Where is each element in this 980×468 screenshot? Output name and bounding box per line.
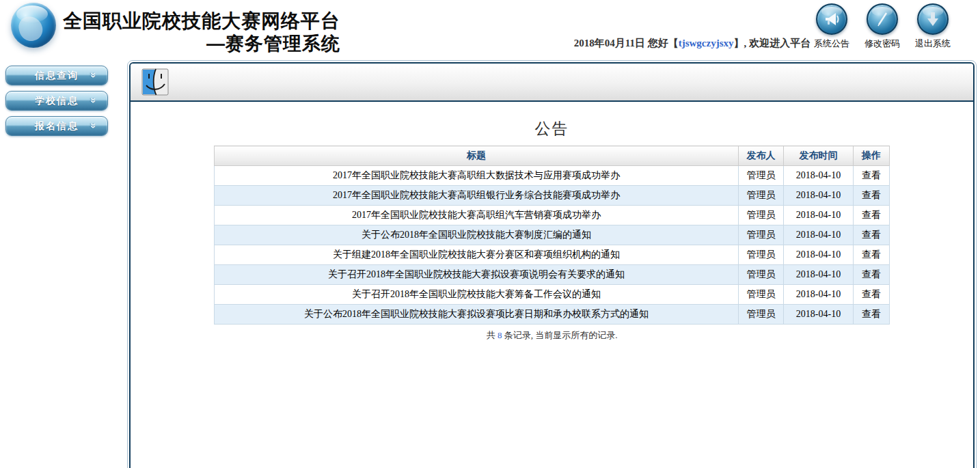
system-announcement-button[interactable]: 系统公告 (813, 3, 850, 50)
content-area: 公告 标题 发布人 发布时间 操作 2017年全国职业院校技能大赛高职组大数据技… (131, 102, 973, 342)
publisher-cell: 管理员 (739, 186, 784, 206)
greeting-suffix: 】, 欢迎进入平台 (734, 38, 811, 49)
main-panel: 公告 标题 发布人 发布时间 操作 2017年全国职业院校技能大赛高职组大数据技… (127, 60, 977, 468)
column-header-operation: 操作 (854, 146, 890, 166)
announcement-table: 标题 发布人 发布时间 操作 2017年全国职业院校技能大赛高职组大数据技术与应… (214, 146, 890, 325)
table-row: 2017年全国职业院校技能大赛高职组大数据技术与应用赛项成功举办管理员2018-… (215, 166, 890, 186)
sidebar-item-info-query[interactable]: 信息查询 » (5, 66, 108, 85)
view-link[interactable]: 查看 (862, 190, 881, 200)
table-row: 2017年全国职业院校技能大赛高职组银行业务综合技能赛项成功举办管理员2018-… (215, 186, 890, 206)
finder-home-icon[interactable] (141, 68, 169, 96)
app-title-line1: 全国职业院校技能大赛网络平台 (63, 10, 340, 33)
pencil-icon (867, 3, 898, 35)
publisher-cell: 管理员 (739, 166, 784, 186)
header-action-buttons: 系统公告 修改密码 退出系统 (813, 3, 951, 50)
chevron-down-icon: » (87, 122, 99, 128)
page-title: 公告 (131, 118, 973, 139)
view-link[interactable]: 查看 (862, 249, 881, 260)
table-row: 2017年全国职业院校技能大赛高职组汽车营销赛项成功举办管理员2018-04-1… (215, 206, 890, 225)
publisher-cell: 管理员 (739, 265, 784, 285)
sidebar-item-label: 信息查询 (35, 70, 79, 82)
publish-date-cell: 2018-04-10 (784, 206, 854, 225)
column-header-publish-date: 发布时间 (784, 146, 854, 166)
publisher-cell: 管理员 (739, 245, 784, 265)
announcement-title-cell: 关于公布2018年全国职业院校技能大赛制度汇编的通知 (215, 225, 739, 245)
app-header: 全国职业院校技能大赛网络平台 —赛务管理系统 2018年04月11日 您好【tj… (0, 0, 980, 60)
view-link[interactable]: 查看 (862, 210, 881, 220)
announcement-title-cell: 2017年全国职业院校技能大赛高职组大数据技术与应用赛项成功举办 (215, 166, 739, 186)
sidebar-item-label: 学校信息 (35, 95, 79, 107)
chevron-down-icon: » (87, 97, 99, 102)
view-link[interactable]: 查看 (862, 289, 881, 299)
announcement-title-cell: 关于组建2018年全国职业院校技能大赛分赛区和赛项组织机构的通知 (215, 245, 739, 265)
action-cell: 查看 (854, 265, 890, 285)
username: tjswgczyjsxy (679, 38, 734, 49)
view-link[interactable]: 查看 (862, 230, 881, 240)
sidebar-nav: 信息查询 » 学校信息 » 报名信息 » (0, 60, 127, 468)
publish-date-cell: 2018-04-10 (784, 225, 854, 245)
record-summary: 共 8 条记录, 当前显示所有的记录. (131, 329, 973, 342)
table-header-row: 标题 发布人 发布时间 操作 (215, 146, 890, 166)
action-cell: 查看 (854, 245, 890, 265)
summary-suffix: 条记录, 当前显示所有的记录. (502, 330, 617, 340)
content-toolbar (131, 64, 973, 102)
column-header-title: 标题 (215, 146, 739, 166)
action-label: 修改密码 (865, 38, 900, 50)
view-link[interactable]: 查看 (862, 170, 881, 180)
publish-date-cell: 2018-04-10 (784, 186, 854, 206)
publisher-cell: 管理员 (739, 305, 784, 325)
action-label: 退出系统 (915, 38, 951, 50)
sidebar-item-school-info[interactable]: 学校信息 » (5, 91, 108, 111)
publisher-cell: 管理员 (739, 225, 784, 245)
table-row: 关于召开2018年全国职业院校技能大赛拟设赛项说明会有关要求的通知管理员2018… (215, 265, 890, 285)
table-row: 关于公布2018年全国职业院校技能大赛制度汇编的通知管理员2018-04-10查… (215, 225, 890, 245)
action-cell: 查看 (854, 206, 890, 225)
logout-button[interactable]: 退出系统 (914, 3, 951, 50)
announcement-title-cell: 关于公布2018年全国职业院校技能大赛拟设赛项比赛日期和承办校联系方式的通知 (215, 305, 739, 325)
summary-prefix: 共 (487, 330, 498, 340)
app-title: 全国职业院校技能大赛网络平台 —赛务管理系统 (63, 10, 340, 55)
column-header-publisher: 发布人 (739, 146, 784, 166)
announcement-title-cell: 关于召开2018年全国职业院校技能大赛筹备工作会议的通知 (215, 285, 739, 305)
action-cell: 查看 (854, 166, 890, 186)
action-label: 系统公告 (814, 38, 849, 50)
view-link[interactable]: 查看 (862, 269, 881, 279)
publish-date-cell: 2018-04-10 (784, 285, 854, 305)
user-greeting: 2018年04月11日 您好【tjswgczyjsxy】, 欢迎进入平台 (574, 37, 811, 50)
publisher-cell: 管理员 (739, 206, 784, 225)
sidebar-item-registration-info[interactable]: 报名信息 » (5, 116, 108, 136)
announcement-title-cell: 关于召开2018年全国职业院校技能大赛拟设赛项说明会有关要求的通知 (215, 265, 739, 285)
publish-date-cell: 2018-04-10 (784, 265, 854, 285)
publish-date-cell: 2018-04-10 (784, 166, 854, 186)
chevron-down-icon: » (87, 72, 99, 77)
announcement-table-body: 2017年全国职业院校技能大赛高职组大数据技术与应用赛项成功举办管理员2018-… (215, 166, 890, 325)
greeting-prefix: 2018年04月11日 您好【 (574, 38, 679, 49)
globe-logo-icon (11, 3, 56, 48)
table-row: 关于公布2018年全国职业院校技能大赛拟设赛项比赛日期和承办校联系方式的通知管理… (215, 305, 890, 325)
publish-date-cell: 2018-04-10 (784, 305, 854, 325)
action-cell: 查看 (854, 186, 890, 206)
logout-arrow-icon (917, 3, 949, 35)
publisher-cell: 管理员 (739, 285, 784, 305)
publish-date-cell: 2018-04-10 (784, 245, 854, 265)
action-cell: 查看 (854, 285, 890, 305)
view-link[interactable]: 查看 (862, 309, 881, 319)
action-cell: 查看 (854, 225, 890, 245)
app-title-line2: —赛务管理系统 (63, 33, 340, 55)
main-panel-inner: 公告 标题 发布人 发布时间 操作 2017年全国职业院校技能大赛高职组大数据技… (129, 62, 975, 468)
megaphone-icon (816, 3, 847, 35)
announcement-title-cell: 2017年全国职业院校技能大赛高职组银行业务综合技能赛项成功举办 (215, 186, 739, 206)
change-password-button[interactable]: 修改密码 (864, 3, 901, 50)
announcement-title-cell: 2017年全国职业院校技能大赛高职组汽车营销赛项成功举办 (215, 206, 739, 225)
table-row: 关于召开2018年全国职业院校技能大赛筹备工作会议的通知管理员2018-04-1… (215, 285, 890, 305)
action-cell: 查看 (854, 305, 890, 325)
sidebar-item-label: 报名信息 (35, 120, 79, 133)
table-row: 关于组建2018年全国职业院校技能大赛分赛区和赛项组织机构的通知管理员2018-… (215, 245, 890, 265)
